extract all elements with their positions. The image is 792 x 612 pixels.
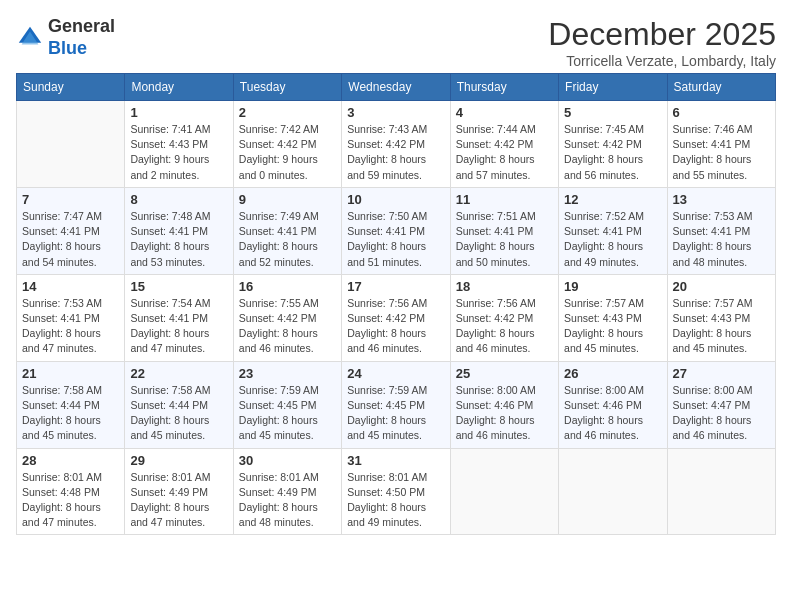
day-number: 9	[239, 192, 336, 207]
calendar-cell: 4Sunrise: 7:44 AMSunset: 4:42 PMDaylight…	[450, 101, 558, 188]
cell-info: Sunrise: 8:01 AMSunset: 4:49 PMDaylight:…	[130, 470, 227, 531]
logo-general: General	[48, 16, 115, 36]
logo: General Blue	[16, 16, 115, 59]
calendar-cell: 13Sunrise: 7:53 AMSunset: 4:41 PMDayligh…	[667, 187, 775, 274]
calendar-cell: 3Sunrise: 7:43 AMSunset: 4:42 PMDaylight…	[342, 101, 450, 188]
day-number: 18	[456, 279, 553, 294]
day-number: 27	[673, 366, 770, 381]
day-number: 3	[347, 105, 444, 120]
cell-info: Sunrise: 7:53 AMSunset: 4:41 PMDaylight:…	[673, 209, 770, 270]
day-number: 21	[22, 366, 119, 381]
cell-info: Sunrise: 7:59 AMSunset: 4:45 PMDaylight:…	[347, 383, 444, 444]
location-subtitle: Torricella Verzate, Lombardy, Italy	[548, 53, 776, 69]
logo-text: General Blue	[48, 16, 115, 59]
cell-info: Sunrise: 7:50 AMSunset: 4:41 PMDaylight:…	[347, 209, 444, 270]
day-number: 25	[456, 366, 553, 381]
column-header-saturday: Saturday	[667, 74, 775, 101]
calendar-cell: 26Sunrise: 8:00 AMSunset: 4:46 PMDayligh…	[559, 361, 667, 448]
calendar-cell: 5Sunrise: 7:45 AMSunset: 4:42 PMDaylight…	[559, 101, 667, 188]
calendar-cell: 27Sunrise: 8:00 AMSunset: 4:47 PMDayligh…	[667, 361, 775, 448]
calendar-week-row: 14Sunrise: 7:53 AMSunset: 4:41 PMDayligh…	[17, 274, 776, 361]
calendar-cell: 24Sunrise: 7:59 AMSunset: 4:45 PMDayligh…	[342, 361, 450, 448]
calendar-cell: 17Sunrise: 7:56 AMSunset: 4:42 PMDayligh…	[342, 274, 450, 361]
day-number: 23	[239, 366, 336, 381]
calendar-cell: 11Sunrise: 7:51 AMSunset: 4:41 PMDayligh…	[450, 187, 558, 274]
cell-info: Sunrise: 7:56 AMSunset: 4:42 PMDaylight:…	[347, 296, 444, 357]
cell-info: Sunrise: 7:47 AMSunset: 4:41 PMDaylight:…	[22, 209, 119, 270]
calendar-cell: 30Sunrise: 8:01 AMSunset: 4:49 PMDayligh…	[233, 448, 341, 535]
day-number: 1	[130, 105, 227, 120]
calendar-week-row: 1Sunrise: 7:41 AMSunset: 4:43 PMDaylight…	[17, 101, 776, 188]
calendar-cell: 9Sunrise: 7:49 AMSunset: 4:41 PMDaylight…	[233, 187, 341, 274]
column-header-thursday: Thursday	[450, 74, 558, 101]
calendar-week-row: 7Sunrise: 7:47 AMSunset: 4:41 PMDaylight…	[17, 187, 776, 274]
cell-info: Sunrise: 7:57 AMSunset: 4:43 PMDaylight:…	[564, 296, 661, 357]
calendar-cell	[450, 448, 558, 535]
cell-info: Sunrise: 7:41 AMSunset: 4:43 PMDaylight:…	[130, 122, 227, 183]
day-number: 4	[456, 105, 553, 120]
day-number: 12	[564, 192, 661, 207]
cell-info: Sunrise: 7:44 AMSunset: 4:42 PMDaylight:…	[456, 122, 553, 183]
day-number: 15	[130, 279, 227, 294]
day-number: 13	[673, 192, 770, 207]
cell-info: Sunrise: 7:52 AMSunset: 4:41 PMDaylight:…	[564, 209, 661, 270]
calendar-cell: 15Sunrise: 7:54 AMSunset: 4:41 PMDayligh…	[125, 274, 233, 361]
day-number: 29	[130, 453, 227, 468]
page-header: General Blue December 2025 Torricella Ve…	[16, 16, 776, 69]
calendar-cell: 8Sunrise: 7:48 AMSunset: 4:41 PMDaylight…	[125, 187, 233, 274]
cell-info: Sunrise: 7:45 AMSunset: 4:42 PMDaylight:…	[564, 122, 661, 183]
day-number: 31	[347, 453, 444, 468]
day-number: 10	[347, 192, 444, 207]
calendar-cell: 7Sunrise: 7:47 AMSunset: 4:41 PMDaylight…	[17, 187, 125, 274]
day-number: 19	[564, 279, 661, 294]
cell-info: Sunrise: 7:43 AMSunset: 4:42 PMDaylight:…	[347, 122, 444, 183]
calendar-cell: 23Sunrise: 7:59 AMSunset: 4:45 PMDayligh…	[233, 361, 341, 448]
day-number: 17	[347, 279, 444, 294]
calendar-week-row: 28Sunrise: 8:01 AMSunset: 4:48 PMDayligh…	[17, 448, 776, 535]
day-number: 30	[239, 453, 336, 468]
calendar-cell: 22Sunrise: 7:58 AMSunset: 4:44 PMDayligh…	[125, 361, 233, 448]
calendar-header-row: SundayMondayTuesdayWednesdayThursdayFrid…	[17, 74, 776, 101]
calendar-cell	[559, 448, 667, 535]
calendar-cell: 16Sunrise: 7:55 AMSunset: 4:42 PMDayligh…	[233, 274, 341, 361]
cell-info: Sunrise: 7:46 AMSunset: 4:41 PMDaylight:…	[673, 122, 770, 183]
cell-info: Sunrise: 7:51 AMSunset: 4:41 PMDaylight:…	[456, 209, 553, 270]
calendar-cell: 21Sunrise: 7:58 AMSunset: 4:44 PMDayligh…	[17, 361, 125, 448]
calendar-cell: 1Sunrise: 7:41 AMSunset: 4:43 PMDaylight…	[125, 101, 233, 188]
day-number: 26	[564, 366, 661, 381]
column-header-wednesday: Wednesday	[342, 74, 450, 101]
cell-info: Sunrise: 7:59 AMSunset: 4:45 PMDaylight:…	[239, 383, 336, 444]
day-number: 16	[239, 279, 336, 294]
calendar-cell: 6Sunrise: 7:46 AMSunset: 4:41 PMDaylight…	[667, 101, 775, 188]
calendar-table: SundayMondayTuesdayWednesdayThursdayFrid…	[16, 73, 776, 535]
day-number: 2	[239, 105, 336, 120]
cell-info: Sunrise: 7:56 AMSunset: 4:42 PMDaylight:…	[456, 296, 553, 357]
column-header-sunday: Sunday	[17, 74, 125, 101]
column-header-monday: Monday	[125, 74, 233, 101]
calendar-cell: 12Sunrise: 7:52 AMSunset: 4:41 PMDayligh…	[559, 187, 667, 274]
day-number: 22	[130, 366, 227, 381]
calendar-cell: 20Sunrise: 7:57 AMSunset: 4:43 PMDayligh…	[667, 274, 775, 361]
cell-info: Sunrise: 7:48 AMSunset: 4:41 PMDaylight:…	[130, 209, 227, 270]
logo-blue: Blue	[48, 38, 87, 58]
column-header-friday: Friday	[559, 74, 667, 101]
calendar-cell: 18Sunrise: 7:56 AMSunset: 4:42 PMDayligh…	[450, 274, 558, 361]
cell-info: Sunrise: 7:58 AMSunset: 4:44 PMDaylight:…	[22, 383, 119, 444]
cell-info: Sunrise: 7:42 AMSunset: 4:42 PMDaylight:…	[239, 122, 336, 183]
calendar-cell: 29Sunrise: 8:01 AMSunset: 4:49 PMDayligh…	[125, 448, 233, 535]
calendar-cell: 31Sunrise: 8:01 AMSunset: 4:50 PMDayligh…	[342, 448, 450, 535]
cell-info: Sunrise: 7:49 AMSunset: 4:41 PMDaylight:…	[239, 209, 336, 270]
calendar-cell: 2Sunrise: 7:42 AMSunset: 4:42 PMDaylight…	[233, 101, 341, 188]
cell-info: Sunrise: 8:01 AMSunset: 4:50 PMDaylight:…	[347, 470, 444, 531]
cell-info: Sunrise: 8:01 AMSunset: 4:48 PMDaylight:…	[22, 470, 119, 531]
day-number: 20	[673, 279, 770, 294]
day-number: 5	[564, 105, 661, 120]
logo-icon	[16, 24, 44, 52]
cell-info: Sunrise: 7:58 AMSunset: 4:44 PMDaylight:…	[130, 383, 227, 444]
day-number: 6	[673, 105, 770, 120]
calendar-cell: 19Sunrise: 7:57 AMSunset: 4:43 PMDayligh…	[559, 274, 667, 361]
cell-info: Sunrise: 7:53 AMSunset: 4:41 PMDaylight:…	[22, 296, 119, 357]
cell-info: Sunrise: 7:57 AMSunset: 4:43 PMDaylight:…	[673, 296, 770, 357]
calendar-cell: 25Sunrise: 8:00 AMSunset: 4:46 PMDayligh…	[450, 361, 558, 448]
calendar-week-row: 21Sunrise: 7:58 AMSunset: 4:44 PMDayligh…	[17, 361, 776, 448]
